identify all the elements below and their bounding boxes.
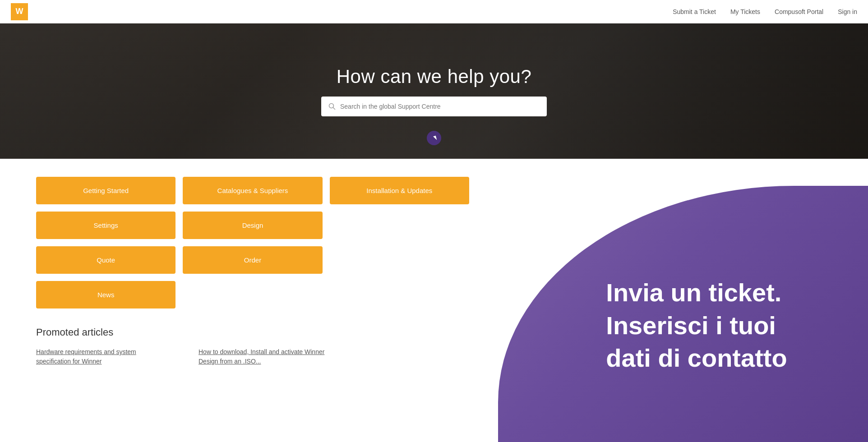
btn-design[interactable]: Design <box>183 212 322 239</box>
search-input[interactable] <box>340 103 540 110</box>
nav-submit-ticket[interactable]: Submit a Ticket <box>673 8 716 15</box>
hero-section: How can we help you? <box>0 23 868 159</box>
btn-catalogues-suppliers[interactable]: Catalogues & Suppliers <box>183 177 322 204</box>
article-download[interactable]: How to download, Install and activate Wi… <box>199 347 325 366</box>
header: W Submit a Ticket My Tickets Compusoft P… <box>0 0 868 23</box>
hero-title: How can we help you? <box>337 66 532 87</box>
search-icon <box>328 103 336 110</box>
nav-my-tickets[interactable]: My Tickets <box>730 8 760 15</box>
overlay-line2: Inserisci i tuoi <box>606 309 787 342</box>
main-content: Getting Started Catalogues & Suppliers I… <box>0 159 868 384</box>
btn-quote[interactable]: Quote <box>36 246 175 274</box>
btn-news[interactable]: News <box>36 281 175 308</box>
article-hardware[interactable]: Hardware requirements and system specifi… <box>36 347 162 366</box>
hero-content: How can we help you? <box>321 66 547 116</box>
overlay-panel: Invia un ticket. Inserisci i tuoi dati d… <box>498 186 868 442</box>
nav-sign-in[interactable]: Sign in <box>838 8 857 15</box>
nav-compusoft-portal[interactable]: Compusoft Portal <box>775 8 823 15</box>
btn-installation-updates[interactable]: Installation & Updates <box>330 177 469 204</box>
logo-letter: W <box>16 7 23 16</box>
btn-getting-started[interactable]: Getting Started <box>36 177 175 204</box>
cursor-indicator <box>427 131 441 145</box>
btn-order[interactable]: Order <box>183 246 322 274</box>
logo[interactable]: W <box>11 3 28 20</box>
overlay-line1: Invia un ticket. <box>606 276 787 309</box>
category-grid: Getting Started Catalogues & Suppliers I… <box>36 177 469 308</box>
overlay-text: Invia un ticket. Inserisci i tuoi dati d… <box>606 276 787 375</box>
search-bar[interactable] <box>321 97 547 116</box>
overlay-line3: dati di contatto <box>606 342 787 375</box>
nav-links: Submit a Ticket My Tickets Compusoft Por… <box>673 8 857 15</box>
svg-line-1 <box>333 108 335 110</box>
btn-settings[interactable]: Settings <box>36 212 175 239</box>
